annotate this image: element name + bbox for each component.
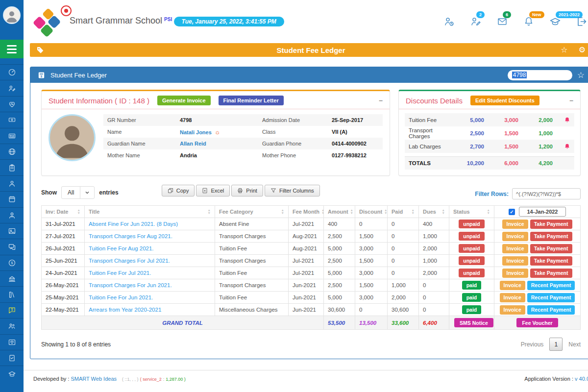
- invoice-button[interactable]: Invoice: [502, 220, 528, 229]
- column-header-status[interactable]: Status▲▼: [449, 206, 494, 218]
- sidebar-item-tasks-check[interactable]: [0, 350, 24, 366]
- student-name-link[interactable]: Natali Jones: [180, 129, 212, 135]
- sidebar-item-health[interactable]: [0, 96, 24, 112]
- fee-title-link[interactable]: Arrears from Year 2020-2021: [89, 307, 161, 313]
- filter-columns-button[interactable]: Filter Columns: [265, 185, 320, 196]
- menu-toggle-button[interactable]: [0, 40, 24, 58]
- sidebar-item-student-edit[interactable]: [0, 80, 24, 96]
- panel-star-icon[interactable]: ☆: [577, 71, 585, 79]
- sidebar-item-id-card[interactable]: [0, 128, 24, 144]
- actions-cell: InvoiceTake Payment: [494, 243, 581, 255]
- column-header-discount[interactable]: Discount▲▼: [355, 206, 388, 218]
- fee-title-link[interactable]: Absent Fine For Jun 2021. (8 Days): [89, 221, 178, 227]
- column-header-paid[interactable]: Paid▲▼: [388, 206, 419, 218]
- fee-title-link[interactable]: Transport Charges For Jun 2021.: [89, 282, 172, 288]
- logout-button[interactable]: [576, 16, 588, 27]
- invoice-button[interactable]: Invoice: [500, 305, 525, 315]
- student-edit-button[interactable]: 2: [470, 16, 482, 27]
- collapse-student-card-icon[interactable]: –: [379, 97, 383, 104]
- sidebar-item-gallery[interactable]: [0, 223, 24, 239]
- date-filter-checkbox[interactable]: ✓: [509, 209, 515, 215]
- edit-discounts-button[interactable]: Edit Student Discounts: [470, 96, 539, 105]
- sidebar-item-fee-ledger[interactable]: $: [0, 302, 24, 318]
- sms-notice-button[interactable]: SMS Notice: [454, 318, 493, 327]
- sidebar-item-card-heart[interactable]: [0, 334, 24, 350]
- invoice-button[interactable]: Invoice: [502, 256, 528, 266]
- copy-button[interactable]: Copy: [162, 185, 195, 196]
- page-number-button[interactable]: 1: [549, 338, 563, 351]
- take-payment-button[interactable]: Take Payment: [530, 220, 572, 229]
- column-header-title[interactable]: Title▲▼: [85, 206, 215, 218]
- fee-title-link[interactable]: Transport Charges For Aug 2021.: [89, 233, 172, 239]
- print-button[interactable]: Print: [231, 185, 263, 196]
- take-payment-button[interactable]: Take Payment: [530, 244, 572, 253]
- discount-cell: 1,500: [355, 279, 388, 292]
- filter-rows-input[interactable]: [512, 188, 581, 199]
- notifications-button[interactable]: New: [523, 16, 535, 27]
- excel-button[interactable]: Excel: [196, 185, 230, 196]
- sidebar-item-community[interactable]: [0, 318, 24, 334]
- invoice-button[interactable]: Invoice: [502, 269, 528, 278]
- sidebar-item-alumni-cap[interactable]: [0, 366, 24, 381]
- favorite-star-icon[interactable]: ☆: [561, 46, 567, 54]
- amount-cell: 2,500: [324, 255, 355, 267]
- sidebar-item-calendar[interactable]: [0, 191, 24, 207]
- fee-title-link[interactable]: Tuition Fee For Jun 2021.: [89, 294, 153, 300]
- sidebar-item-library-books[interactable]: [0, 286, 24, 302]
- column-header-fee-category[interactable]: Fee Category▲▼: [215, 206, 289, 218]
- fee-title-link[interactable]: Tuition Fee For Aug 2021.: [89, 245, 154, 251]
- user-avatar[interactable]: [3, 6, 21, 24]
- take-payment-button[interactable]: Take Payment: [530, 269, 572, 278]
- take-payment-button[interactable]: Take Payment: [530, 232, 572, 241]
- column-header-amount[interactable]: Amount▲▼: [324, 206, 355, 218]
- column-header-dues[interactable]: Dues▲▼: [419, 206, 449, 218]
- invoice-button[interactable]: Invoice: [500, 281, 525, 290]
- previous-button[interactable]: Previous: [521, 341, 544, 348]
- invoice-button[interactable]: Invoice: [500, 293, 525, 302]
- sidebar-item-dashboard[interactable]: [0, 64, 24, 80]
- discount-row: Tuition Fee5,0003,0002,000: [405, 113, 574, 126]
- mail-button[interactable]: 6: [496, 16, 508, 27]
- sidebar-item-staff[interactable]: [0, 207, 24, 223]
- pagination: Showing 1 to 8 of 8 entries Previous 1 N…: [41, 338, 581, 351]
- sidebar-item-campus-building[interactable]: [0, 270, 24, 286]
- paid-cell: 0: [388, 243, 419, 255]
- fee-category-cell: Transport Charges: [215, 279, 289, 292]
- academic-session-button[interactable]: 2021-2022: [549, 16, 561, 27]
- collapse-discounts-card-icon[interactable]: –: [569, 97, 573, 104]
- take-payment-button[interactable]: Take Payment: [530, 256, 572, 266]
- invoice-button[interactable]: Invoice: [502, 244, 528, 253]
- date-filter-input[interactable]: 14-Jan-2022: [519, 207, 566, 217]
- student-silhouette-icon: [51, 118, 93, 160]
- next-button[interactable]: Next: [568, 341, 581, 348]
- user-silhouette-icon: [4, 8, 19, 23]
- sidebar-item-clipboard[interactable]: [0, 159, 24, 175]
- user-clock-button[interactable]: [443, 16, 455, 27]
- sidebar-item-person[interactable]: [0, 175, 24, 191]
- recent-payment-button[interactable]: Recent Payment: [527, 281, 575, 290]
- sidebar-item-payments[interactable]: $: [0, 255, 24, 270]
- discount-fee-name: Transport Charges: [409, 127, 450, 139]
- sidebar-item-globe[interactable]: [0, 144, 24, 159]
- column-header-inv-date[interactable]: Inv: Date▲▼: [42, 206, 85, 218]
- campus-building-icon: [8, 274, 16, 283]
- fee-title-link[interactable]: Tuition Fee For Jul 2021.: [89, 270, 151, 276]
- page-size-select[interactable]: All: [61, 186, 95, 199]
- final-reminder-button[interactable]: Final Reminder Letter: [219, 96, 284, 105]
- sidebar-item-fees-note[interactable]: [0, 112, 24, 127]
- generate-invoice-button[interactable]: Generate Invoice: [157, 96, 211, 105]
- recent-payment-button[interactable]: Recent Payment: [527, 293, 575, 302]
- sidebar-item-computer-lab[interactable]: [0, 239, 24, 254]
- panel-title: Student Fee Ledger: [50, 72, 107, 79]
- invoice-button[interactable]: Invoice: [502, 232, 528, 241]
- recent-payment-button[interactable]: Recent Payment: [527, 305, 575, 315]
- guardian-name-link[interactable]: Allan Reid: [180, 141, 262, 147]
- fee-voucher-button[interactable]: Fee Voucher: [516, 318, 558, 327]
- settings-gear-icon[interactable]: ⚙: [579, 46, 586, 54]
- column-header-fee-month[interactable]: Fee Month▲▼: [289, 206, 324, 218]
- developer-link[interactable]: SMART Web Ideas: [71, 376, 117, 382]
- fee-title-link[interactable]: Transport Charges For Jul 2021.: [89, 258, 170, 264]
- guardian-phone-value: 0414-4000902: [332, 141, 379, 147]
- fee-month-cell: Jun-2021: [289, 304, 324, 316]
- gr-search-input[interactable]: 4798: [508, 70, 572, 80]
